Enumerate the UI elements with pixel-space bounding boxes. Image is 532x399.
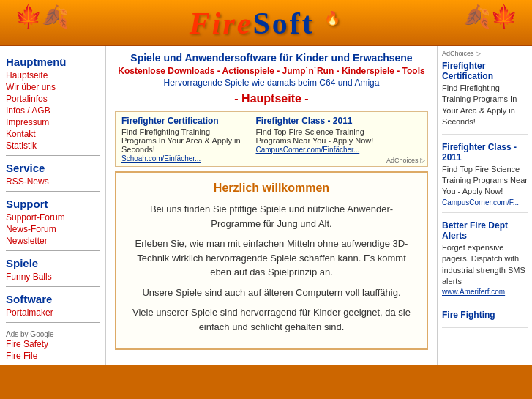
sidebar-link-portalmaker[interactable]: Portalmaker — [6, 307, 100, 318]
right-ad-3-link[interactable]: www.Ameriferf.com — [442, 288, 505, 296]
tagline: Spiele und Anwendersoftware für Kinder u… — [115, 52, 428, 64]
sidebar-link-newsforum[interactable]: News-Forum — [6, 223, 100, 235]
welcome-box: Herzlich willkommen Bei uns finden Sie p… — [115, 171, 428, 350]
sidebar-link-supportforum[interactable]: Support-Forum — [6, 212, 100, 223]
page-title: - Hauptseite - — [115, 92, 428, 105]
sidebar-link-portalinfos[interactable]: Portalinfos — [6, 93, 100, 105]
site-header: 🍁🍂 FireSoft 🔥 🍂🍁 — [0, 0, 532, 46]
content-sub2: Hervorragende Spiele wie damals beim C64… — [115, 78, 428, 88]
ad-left-link[interactable]: Schoah.com/Einfächer... — [121, 154, 201, 163]
flame-left-icon: 🍁🍂 — [15, 4, 69, 29]
sidebar-link-wir[interactable]: Wir über uns — [6, 81, 100, 93]
welcome-para-1: Bei uns finden Sie pfiffige Spiele und n… — [130, 202, 413, 231]
ad-right-title: Firefighter Class - 2011 — [255, 116, 378, 126]
right-ad-1-title: Firefighter Certification — [442, 61, 528, 81]
right-ad-4-title: Fire Fighting — [442, 310, 528, 320]
right-sidebar: AdChoices ▷ Firefighter Certification Fi… — [437, 46, 532, 365]
flame-right-icon: 🍂🍁 — [463, 4, 517, 29]
welcome-para-2: Erleben Sie, wie man mit einfachen Mitte… — [130, 236, 413, 280]
right-ad-2: Firefighter Class - 2011 Find Top Fire S… — [442, 142, 528, 213]
sidebar-link-agb[interactable]: Infos / AGB — [6, 105, 100, 116]
right-ad-2-title: Firefighter Class - 2011 — [442, 142, 528, 163]
welcome-para-3: Unsere Spiele sind auch auf älteren Comp… — [130, 286, 413, 300]
sidebar-link-statistik[interactable]: Statistik — [6, 140, 100, 152]
right-ad-3-title: Better Fire Dept Alerts — [442, 220, 528, 241]
ad-cell-left: Firefighter Certification Find Firefight… — [116, 112, 250, 166]
sidebar-ad-fire-file[interactable]: Fire File — [6, 350, 100, 362]
ad-banner: Firefighter Certification Find Firefight… — [115, 111, 428, 167]
sidebar-divider-1 — [6, 155, 100, 156]
hauptmenu-title: Hauptmenü — [6, 56, 100, 68]
right-ad-3-text: Forget expensive pagers. Dispatch with i… — [442, 242, 528, 288]
sidebar-link-kontakt[interactable]: Kontakt — [6, 128, 100, 140]
ad-right-link[interactable]: CampusCorner.com/Einfächer... — [255, 146, 359, 154]
sidebar-link-newsletter[interactable]: Newsletter — [6, 235, 100, 247]
right-ad-2-text: Find Top Fire Science Training Programs … — [442, 164, 528, 198]
left-sidebar: Hauptmenü Hauptseite Wir über uns Portal… — [0, 46, 106, 365]
ad-right-text: Find Top Fire Science Training Programs … — [255, 127, 378, 145]
welcome-para-4: Viele unserer Spiele sind hervorragend f… — [130, 305, 413, 334]
right-ad-3: Better Fire Dept Alerts Forget expensive… — [442, 220, 528, 303]
right-ad-1-text: Find Firefighting Training Programs In Y… — [442, 83, 528, 128]
ad-left-text: Find Firefighting Training Programs In Y… — [121, 127, 244, 154]
sidebar-divider-4 — [6, 286, 100, 287]
service-title: Service — [6, 162, 100, 174]
content-sub1: Kostenlose Downloads - Actionspiele - Ju… — [115, 66, 428, 76]
sidebar-link-funnyballs[interactable]: Funny Balls — [6, 271, 100, 283]
right-ad-4: Fire Fighting — [442, 310, 528, 328]
sidebar-divider-2 — [6, 191, 100, 192]
right-ad-choices-label[interactable]: AdChoices ▷ — [442, 50, 528, 57]
sidebar-link-impressum[interactable]: Impressum — [6, 116, 100, 128]
site-title: FireSoft 🔥 — [0, 6, 532, 41]
sidebar-link-rss[interactable]: RSS-News — [6, 176, 100, 187]
ad-cell-right: Firefighter Class - 2011 Find Top Fire S… — [250, 112, 383, 166]
software-title: Software — [6, 293, 100, 305]
main-layout: Hauptmenü Hauptseite Wir über uns Portal… — [0, 46, 532, 365]
spiele-title: Spiele — [6, 257, 100, 269]
right-ad-1: Firefighter Certification Find Firefight… — [442, 61, 528, 135]
ads-by-google-label: Ads by Google — [6, 330, 100, 338]
main-content: Spiele und Anwendersoftware für Kinder u… — [106, 46, 437, 365]
ad-left-title: Firefighter Certification — [121, 116, 244, 126]
sidebar-divider-5 — [6, 322, 100, 323]
sidebar-link-hauptseite[interactable]: Hauptseite — [6, 70, 100, 81]
sidebar-divider-3 — [6, 250, 100, 251]
sidebar-ad-fire-safety[interactable]: Fire Safety — [6, 338, 100, 350]
support-title: Support — [6, 198, 100, 210]
ad-choices-banner[interactable]: AdChoices ▷ — [384, 112, 427, 166]
welcome-title: Herzlich willkommen — [130, 182, 413, 195]
right-ad-2-link[interactable]: CampusCorner.com/F... — [442, 198, 519, 206]
